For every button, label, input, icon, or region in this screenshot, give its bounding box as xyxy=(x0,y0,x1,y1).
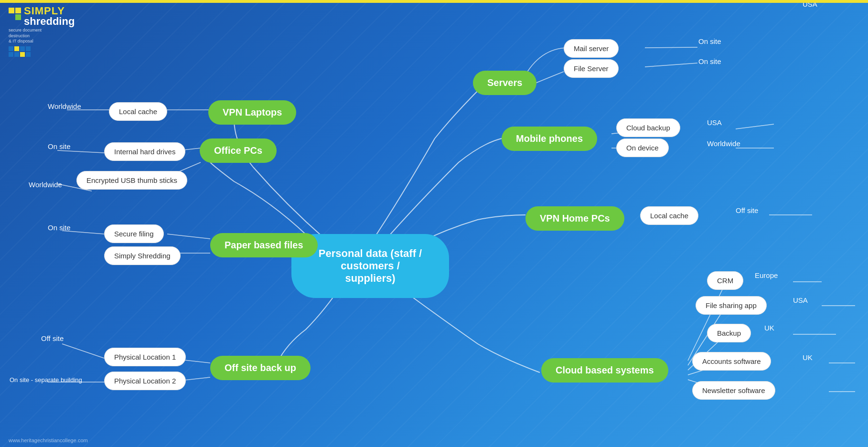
vpn-home-node: VPN Home PCs xyxy=(525,206,624,231)
cloud-backup-node: Cloud backup xyxy=(616,118,680,137)
backup-node: Backup xyxy=(707,324,751,342)
on-site-filing-label: On site xyxy=(48,224,71,232)
office-pcs-node: Office PCs xyxy=(200,138,277,163)
mail-server-node: Mail server xyxy=(564,39,619,58)
onsite-sep-label: On site - separate building xyxy=(10,376,82,383)
svg-line-8 xyxy=(167,234,210,239)
accounts-node: Accounts software xyxy=(692,352,771,371)
encrypted-usb-node: Encrypted USB thumb sticks xyxy=(76,171,187,190)
worldwide-usb-label: Worldwide xyxy=(29,181,62,189)
svg-line-1 xyxy=(645,63,697,67)
cloud-systems-node: Cloud based systems xyxy=(541,358,668,383)
europe-label: Europe xyxy=(755,271,778,279)
servers-node: Servers xyxy=(473,71,536,95)
on-site-hd-label: On site xyxy=(48,142,71,150)
mobile-phones-node: Mobile phones xyxy=(502,127,597,151)
offsite-phys-label: Off site xyxy=(41,334,64,342)
phys-loc2-node: Physical Location 2 xyxy=(104,372,186,390)
on-site-file-label: On site xyxy=(698,57,721,65)
simply-shredding-node: Simply Shredding xyxy=(104,246,181,265)
off-site-home-label: Off site xyxy=(736,206,758,214)
svg-line-28 xyxy=(736,124,774,129)
logo: SIMPLY shredding secure document destruc… xyxy=(9,6,75,57)
on-device-node: On device xyxy=(616,138,669,157)
logo-sub: secure document destruction & IT disposa… xyxy=(9,28,75,44)
offsite-backup-node: Off site back up xyxy=(210,356,311,380)
logo-simply: SIMPLY xyxy=(24,6,75,16)
svg-line-12 xyxy=(62,344,104,358)
phys-loc1-node: Physical Location 1 xyxy=(104,348,186,366)
file-sharing-node: File sharing app xyxy=(696,296,767,315)
vpn-laptops-node: VPN Laptops xyxy=(208,100,296,125)
file-server-node: File Server xyxy=(564,59,619,78)
svg-line-0 xyxy=(645,47,697,48)
footer-url: www.heritagechristiancollege.com xyxy=(9,437,88,443)
worldwide-device-label: Worldwide xyxy=(707,139,740,148)
internal-hd-node: Internal hard drives xyxy=(104,142,185,161)
uk-accounts-label: UK xyxy=(803,353,813,362)
svg-line-15 xyxy=(688,282,726,361)
logo-shredding: shredding xyxy=(24,16,75,27)
top-border xyxy=(0,0,868,3)
uk-backup-label: UK xyxy=(764,324,774,332)
usa-fs-label: USA xyxy=(793,296,808,304)
local-cache-home-node: Local cache xyxy=(640,206,698,225)
newsletter-node: Newsletter software xyxy=(692,381,775,400)
usa-cloud-label: USA xyxy=(707,118,722,127)
on-site-mail-label: On site xyxy=(698,37,721,45)
svg-line-5 xyxy=(57,150,104,153)
secure-filing-node: Secure filing xyxy=(104,224,164,243)
local-cache-vpn-node: Local cache xyxy=(109,102,167,121)
paper-files-node: Paper based files xyxy=(210,233,318,257)
worldwide-vpn-label: Worldwide xyxy=(48,102,81,110)
crm-node: CRM xyxy=(707,271,743,290)
